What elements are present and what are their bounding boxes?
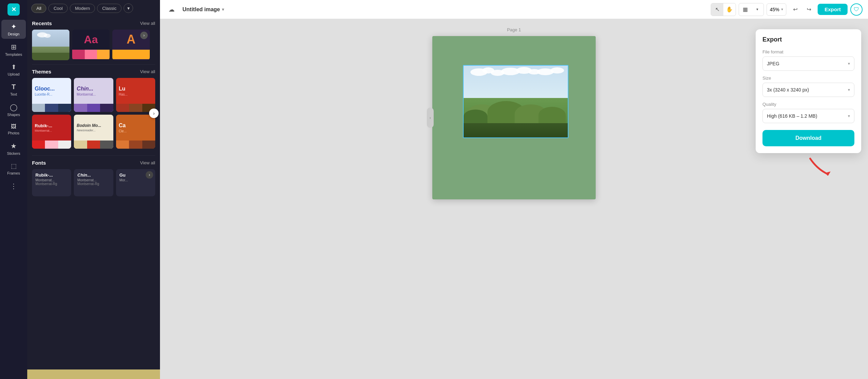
themes-view-all[interactable]: View all — [140, 69, 155, 74]
redo-button[interactable]: ↪ — [803, 3, 815, 16]
hand-tool-button[interactable]: ✋ — [723, 3, 736, 16]
recent-card-landscape[interactable] — [32, 30, 69, 60]
design-icon: ✦ — [11, 22, 17, 31]
quality-label: Quality — [762, 102, 854, 107]
more-icon: ⋮ — [10, 182, 17, 190]
export-panel: Export File format JPEG ▾ Size 3x (3240 … — [756, 29, 861, 153]
toolbar-tools: ↖ ✋ ▦ ▾ 45% ▾ ↩ ↪ Export 🛡 — [711, 3, 863, 16]
recents-section: Recents View all — [27, 16, 160, 64]
panel-collapse-button[interactable]: ‹ — [427, 108, 434, 128]
filter-tab-more[interactable]: ▾ — [124, 3, 133, 13]
select-hand-group: ↖ ✋ — [711, 3, 736, 16]
undo-redo-group: ↩ ↪ — [789, 3, 815, 16]
title-chevron: ▾ — [222, 7, 224, 12]
quality-chevron: ▾ — [848, 114, 850, 118]
document-title[interactable]: Untitled image ▾ — [182, 6, 224, 13]
sidebar-item-design[interactable]: ✦ Design — [1, 20, 26, 39]
filter-tab-all[interactable]: All — [31, 4, 46, 13]
fonts-view-all[interactable]: View all — [140, 160, 155, 165]
size-value: 3x (3240 x 3240 px) — [767, 87, 809, 93]
svg-marker-0 — [825, 171, 831, 176]
recents-title: Recents — [32, 20, 52, 26]
theme-card-ca[interactable]: Ca Cle... — [116, 115, 155, 149]
sidebar-item-label: Shapes — [7, 113, 20, 117]
file-format-select[interactable]: JPEG ▾ — [762, 56, 854, 71]
upload-cloud-button[interactable]: ☁ — [165, 3, 178, 16]
arrow-annotation — [807, 152, 834, 177]
font-pair2: Montserrat-Rg — [35, 182, 68, 186]
themes-header: Themes View all — [32, 69, 155, 75]
undo-button[interactable]: ↩ — [789, 3, 801, 16]
templates-icon: ⊞ — [11, 43, 17, 51]
quality-select[interactable]: High (616 KB – 1.2 MB) ▾ — [762, 109, 854, 123]
sidebar-item-label: Stickers — [7, 151, 20, 155]
font-card-gu[interactable]: Gu Mor... › — [116, 169, 155, 196]
sidebar-item-photos[interactable]: 🖼 Photos — [1, 121, 26, 138]
filter-tab-cool[interactable]: Cool — [48, 4, 68, 13]
sidebar-item-templates[interactable]: ⊞ Templates — [1, 40, 26, 59]
app-logo[interactable]: ✕ — [7, 3, 20, 16]
sidebar-item-label: Photos — [8, 131, 19, 135]
recents-view-all[interactable]: View all — [140, 21, 155, 26]
recents-header: Recents View all — [32, 20, 155, 26]
themes-next-button[interactable]: › — [149, 109, 159, 118]
sidebar-item-label: Text — [10, 92, 17, 96]
filter-tab-modern[interactable]: Modern — [70, 4, 95, 13]
zoom-chevron: ▾ — [781, 7, 783, 12]
size-label: Size — [762, 76, 854, 81]
quality-field: Quality High (616 KB – 1.2 MB) ▾ — [762, 102, 854, 123]
sidebar-item-label: Frames — [7, 171, 20, 175]
select-tool-button[interactable]: ↖ — [711, 3, 723, 16]
zoom-control[interactable]: 45% ▾ — [767, 3, 786, 16]
page-label: Page 1 — [507, 27, 521, 32]
stickers-icon: ★ — [11, 142, 17, 150]
font-pair1: Mor... — [119, 178, 152, 182]
download-button[interactable]: Download — [762, 130, 854, 146]
frames-icon: ⬚ — [11, 162, 17, 170]
shield-button[interactable]: 🛡 — [850, 3, 863, 16]
file-format-chevron: ▾ — [848, 61, 850, 66]
theme-card-chin[interactable]: Chin... Montserrat... — [74, 78, 113, 112]
title-text: Untitled image — [182, 6, 220, 13]
quality-value: High (616 KB – 1.2 MB) — [767, 113, 817, 119]
theme-card-bodoin[interactable]: Bodoin Mo... Newsreader... — [74, 115, 113, 149]
theme-card-rubik[interactable]: Rubik-... Montserrat... — [32, 115, 71, 149]
filter-tab-classic[interactable]: Classic — [97, 4, 122, 13]
size-select[interactable]: 3x (3240 x 3240 px) ▾ — [762, 83, 854, 97]
recents-grid: Aa A › — [32, 30, 155, 60]
sidebar-item-more[interactable]: ⋮ — [1, 179, 26, 193]
fonts-section: Fonts View all Rubik-... Montserrat... M… — [27, 156, 160, 200]
font-card-chin[interactable]: Chin... Montserrat... Montserrat-Rg — [74, 169, 113, 196]
zoom-value: 45% — [770, 7, 779, 12]
canvas-page: ‹ — [432, 36, 596, 199]
icon-sidebar: ✕ ✦ Design ⊞ Templates ⬆ Upload T Text ◯… — [0, 0, 27, 379]
theme-card-lu[interactable]: Lu Has... — [116, 78, 155, 112]
file-format-value: JPEG — [767, 61, 779, 66]
canvas-area: Page 1 — [160, 19, 868, 379]
file-format-field: File format JPEG ▾ — [762, 49, 854, 71]
canvas-image[interactable] — [463, 65, 568, 138]
themes-title: Themes — [32, 69, 51, 75]
themes-grid: Glooc... Lucette-R... Chin... Montserrat… — [32, 78, 155, 149]
sidebar-item-frames[interactable]: ⬚ Frames — [1, 160, 26, 178]
fonts-title: Fonts — [32, 160, 46, 166]
font-card-rubik[interactable]: Rubik-... Montserrat... Montserrat-Rg — [32, 169, 71, 196]
layout-chevron-button[interactable]: ▾ — [751, 3, 763, 16]
file-format-label: File format — [762, 49, 854, 54]
sidebar-item-text[interactable]: T Text — [1, 80, 26, 99]
size-chevron: ▾ — [848, 87, 850, 92]
export-button[interactable]: Export — [818, 4, 848, 15]
sidebar-item-stickers[interactable]: ★ Stickers — [1, 139, 26, 158]
sidebar-item-label: Upload — [8, 72, 20, 76]
themes-section: Themes View all Glooc... Lucette-R... — [27, 65, 160, 153]
sidebar-item-shapes[interactable]: ◯ Shapes — [1, 100, 26, 119]
layout-button[interactable]: ▦ — [739, 3, 751, 16]
sidebar-item-upload[interactable]: ⬆ Upload — [1, 61, 26, 79]
font-pair1: Montserrat... — [77, 178, 110, 182]
theme-card-glooc[interactable]: Glooc... Lucette-R... — [32, 78, 71, 112]
recent-card-a[interactable]: A › — [112, 30, 150, 60]
recent-card-aa[interactable]: Aa — [72, 30, 110, 60]
layout-group: ▦ ▾ — [739, 3, 764, 16]
shapes-icon: ◯ — [10, 103, 17, 111]
font-pair1: Montserrat... — [35, 178, 68, 182]
